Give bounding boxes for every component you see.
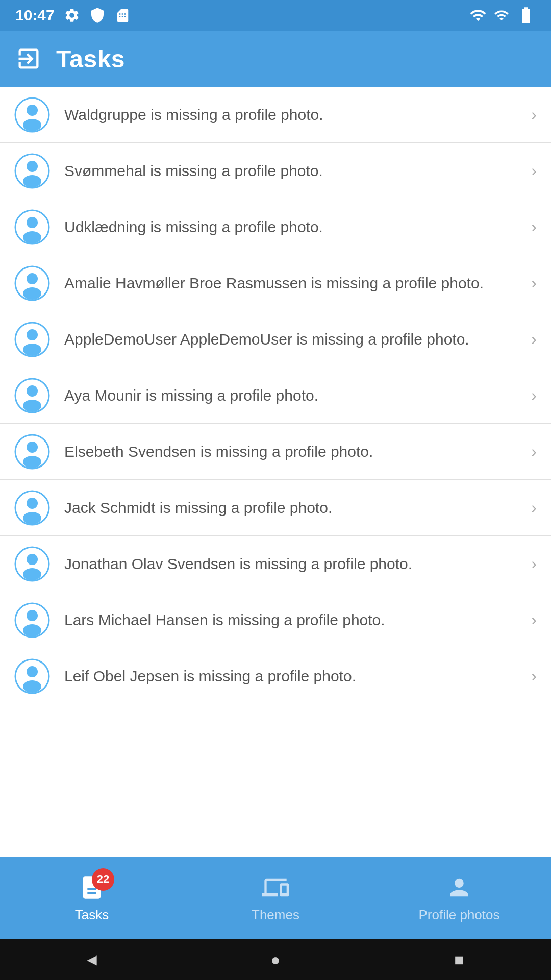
nav-icon-tasks: 22: [79, 874, 105, 903]
svg-point-13: [27, 329, 38, 340]
list-item[interactable]: Jack Schmidt is missing a profile photo.…: [0, 480, 551, 536]
list-item[interactable]: Aya Mounir is missing a profile photo. ›: [0, 368, 551, 424]
list-item-text: Svømmehal is missing a profile photo.: [64, 160, 524, 182]
svg-point-10: [27, 273, 38, 284]
svg-point-16: [27, 385, 38, 397]
chevron-right-icon: ›: [531, 386, 537, 405]
chevron-right-icon: ›: [531, 330, 537, 349]
avatar-icon: [14, 378, 50, 413]
sim-icon: [115, 8, 130, 23]
android-nav-bar: ◄ ● ■: [0, 939, 551, 980]
list-item-text: Udklædning is missing a profile photo.: [64, 216, 524, 238]
list-item-text: Jack Schmidt is missing a profile photo.: [64, 497, 524, 519]
svg-point-19: [27, 442, 38, 453]
list-item[interactable]: AppleDemoUser AppleDemoUser is missing a…: [0, 311, 551, 368]
svg-point-29: [23, 624, 41, 636]
list-item-text: AppleDemoUser AppleDemoUser is missing a…: [64, 329, 524, 350]
svg-point-7: [27, 217, 38, 228]
exit-icon[interactable]: [15, 45, 42, 72]
task-list: Waldgruppe is missing a profile photo. ›…: [0, 87, 551, 857]
avatar-icon: [14, 322, 50, 357]
svg-point-20: [23, 456, 41, 468]
svg-point-14: [23, 344, 41, 356]
list-item-text: Elsebeth Svendsen is missing a profile p…: [64, 441, 524, 462]
list-item-text: Jonathan Olav Svendsen is missing a prof…: [64, 553, 524, 575]
nav-badge: 22: [92, 868, 114, 891]
chevron-right-icon: ›: [531, 105, 537, 124]
status-bar: 10:47: [0, 0, 551, 31]
chevron-right-icon: ›: [531, 442, 537, 461]
status-time: 10:47: [15, 7, 55, 24]
nav-item-tasks[interactable]: 22Tasks: [0, 866, 184, 931]
svg-point-22: [27, 498, 38, 509]
svg-point-8: [23, 231, 41, 243]
chevron-right-icon: ›: [531, 667, 537, 685]
shield-icon: [89, 7, 106, 23]
list-item-text: Lars Michael Hansen is missing a profile…: [64, 609, 524, 631]
chevron-right-icon: ›: [531, 610, 537, 629]
svg-point-2: [23, 119, 41, 131]
nav-icon-themes: [262, 874, 289, 903]
svg-point-32: [23, 680, 41, 693]
status-bar-right: [469, 6, 536, 25]
chevron-right-icon: ›: [531, 498, 537, 517]
chevron-right-icon: ›: [531, 274, 537, 292]
battery-icon: [516, 6, 536, 25]
recents-button[interactable]: ■: [439, 939, 480, 980]
avatar-icon: [14, 490, 50, 526]
nav-label-themes: Themes: [252, 907, 299, 923]
nav-label-tasks: Tasks: [75, 907, 109, 923]
nav-icon-profile-photos: [446, 874, 472, 903]
avatar-icon: [14, 658, 50, 694]
wifi-icon: [469, 7, 487, 24]
avatar-icon: [14, 265, 50, 301]
settings-icon: [64, 7, 80, 23]
svg-point-1: [27, 105, 38, 116]
nav-label-profile-photos: Profile photos: [419, 907, 500, 923]
list-item-text: Waldgruppe is missing a profile photo.: [64, 104, 524, 126]
chevron-right-icon: ›: [531, 217, 537, 236]
avatar-icon: [14, 153, 50, 189]
home-button[interactable]: ●: [255, 939, 296, 980]
chevron-right-icon: ›: [531, 554, 537, 573]
list-item[interactable]: Udklædning is missing a profile photo. ›: [0, 199, 551, 255]
bottom-nav: 22Tasks Themes Profile photos: [0, 857, 551, 939]
list-item[interactable]: Amalie Havmøller Broe Rasmussen is missi…: [0, 255, 551, 311]
list-item-text: Leif Obel Jepsen is missing a profile ph…: [64, 666, 524, 687]
avatar-icon: [14, 209, 50, 245]
chevron-right-icon: ›: [531, 161, 537, 180]
avatar-icon: [14, 546, 50, 582]
list-item[interactable]: Leif Obel Jepsen is missing a profile ph…: [0, 648, 551, 704]
nav-item-themes[interactable]: Themes: [184, 866, 367, 931]
svg-point-23: [23, 512, 41, 524]
svg-point-17: [23, 400, 41, 412]
list-item[interactable]: Svømmehal is missing a profile photo. ›: [0, 143, 551, 199]
status-bar-left: 10:47: [15, 7, 130, 24]
nav-item-profile-photos[interactable]: Profile photos: [367, 866, 551, 931]
header-title: Tasks: [56, 45, 125, 73]
svg-point-11: [23, 287, 41, 300]
svg-point-26: [23, 568, 41, 580]
list-item[interactable]: Jonathan Olav Svendsen is missing a prof…: [0, 536, 551, 592]
signal-icon: [494, 8, 509, 23]
list-item[interactable]: Lars Michael Hansen is missing a profile…: [0, 592, 551, 648]
avatar-icon: [14, 434, 50, 470]
svg-point-31: [27, 666, 38, 677]
list-item-text: Aya Mounir is missing a profile photo.: [64, 385, 524, 406]
avatar-icon: [14, 602, 50, 638]
avatar-icon: [14, 97, 50, 133]
list-item-text: Amalie Havmøller Broe Rasmussen is missi…: [64, 273, 524, 294]
svg-point-5: [23, 175, 41, 187]
list-item[interactable]: Elsebeth Svendsen is missing a profile p…: [0, 424, 551, 480]
list-item[interactable]: Waldgruppe is missing a profile photo. ›: [0, 87, 551, 143]
svg-point-25: [27, 554, 38, 565]
svg-point-28: [27, 610, 38, 621]
svg-point-4: [27, 161, 38, 172]
app-header: Tasks: [0, 31, 551, 87]
back-button[interactable]: ◄: [71, 939, 112, 980]
